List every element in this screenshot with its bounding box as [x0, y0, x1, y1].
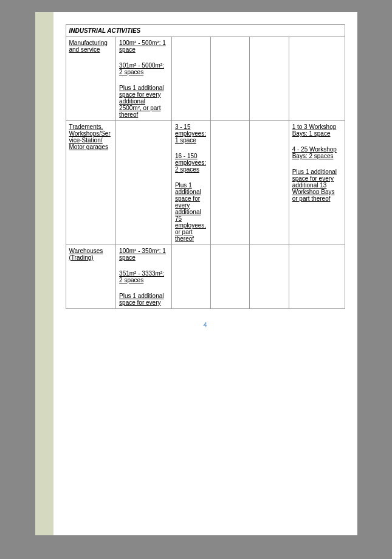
table-row: Manufacturing and service 100m² - 500m²:…: [66, 37, 345, 121]
workshop-cell: [289, 37, 345, 121]
workshop-text-3: Plus 1 additional space for every additi…: [292, 168, 342, 202]
table-container: INDUSTRIAL ACTIVITIES Manufacturing and …: [66, 24, 345, 309]
col5-cell: [250, 37, 289, 121]
employees-text-3: Plus 1 additional space for every additi…: [175, 182, 207, 242]
activity-cell-2: Tradements, Workshops/Ser vice-Station/ …: [66, 121, 116, 245]
section-header-text: INDUSTRIAL ACTIVITIES: [69, 27, 141, 34]
col4-cell: [211, 37, 250, 121]
gfa-text-1: 100m² - 500m²: 1 space: [119, 40, 168, 53]
table-row: Tradements, Workshops/Ser vice-Station/ …: [66, 121, 345, 245]
activity-cell-3: Warehouses (Trading): [66, 245, 116, 309]
employees-text-2: 16 - 150 employees: 2 spaces: [175, 153, 207, 173]
gfa-wh-text-3: Plus 1 additional space for every: [119, 293, 168, 306]
activity-label-3: Warehouses (Trading): [69, 248, 113, 261]
col5-cell-2: [250, 121, 289, 245]
workshop-text-2: 4 - 25 Workshop Bays: 2 spaces: [292, 146, 342, 159]
col3-cell: [171, 37, 210, 121]
page: INDUSTRIAL ACTIVITIES Manufacturing and …: [35, 12, 357, 535]
gfa-text-2: 301m² - 5000m²: 2 spaces: [119, 62, 168, 75]
section-header-cell: INDUSTRIAL ACTIVITIES: [66, 25, 345, 37]
page-number: 4: [66, 321, 345, 328]
gfa-wh-text-2: 351m² - 3333m²: 2 spaces: [119, 270, 168, 283]
content-area: INDUSTRIAL ACTIVITIES Manufacturing and …: [66, 24, 345, 328]
activity-cell: Manufacturing and service: [66, 37, 116, 121]
col4-cell-2: [211, 121, 250, 245]
col3-cell-2: 3 - 15 employees: 1 space 16 - 150 emplo…: [171, 121, 210, 245]
col4-cell-3: [211, 245, 250, 309]
employees-text-1: 3 - 15 employees: 1 space: [175, 123, 207, 144]
activity-label: Manufacturing and service: [69, 40, 113, 53]
section-header-row: INDUSTRIAL ACTIVITIES: [66, 25, 345, 37]
col5-cell-3: [250, 245, 289, 309]
gfa-wh-text-1: 100m² - 350m²: 1 space: [119, 248, 168, 261]
industrial-activities-table: INDUSTRIAL ACTIVITIES Manufacturing and …: [66, 24, 345, 309]
workshop-text-1: 1 to 3 Workshop Bays: 1 space: [292, 123, 342, 137]
gfa-text-3: Plus 1 additional space for every additi…: [119, 85, 168, 118]
workshop-cell-3: [289, 245, 345, 309]
gfa-cell-3: 100m² - 350m²: 1 space 351m² - 3333m²: 2…: [116, 245, 172, 309]
gfa-cell-2: [116, 121, 172, 245]
activity-label-2: Tradements, Workshops/Ser vice-Station/ …: [69, 123, 113, 150]
table-row: Warehouses (Trading) 100m² - 350m²: 1 sp…: [66, 245, 345, 309]
workshop-cell-2: 1 to 3 Workshop Bays: 1 space 4 - 25 Wor…: [289, 121, 345, 245]
left-margin: [35, 12, 53, 535]
col3-cell-3: [171, 245, 210, 309]
gfa-cell: 100m² - 500m²: 1 space 301m² - 5000m²: 2…: [116, 37, 172, 121]
